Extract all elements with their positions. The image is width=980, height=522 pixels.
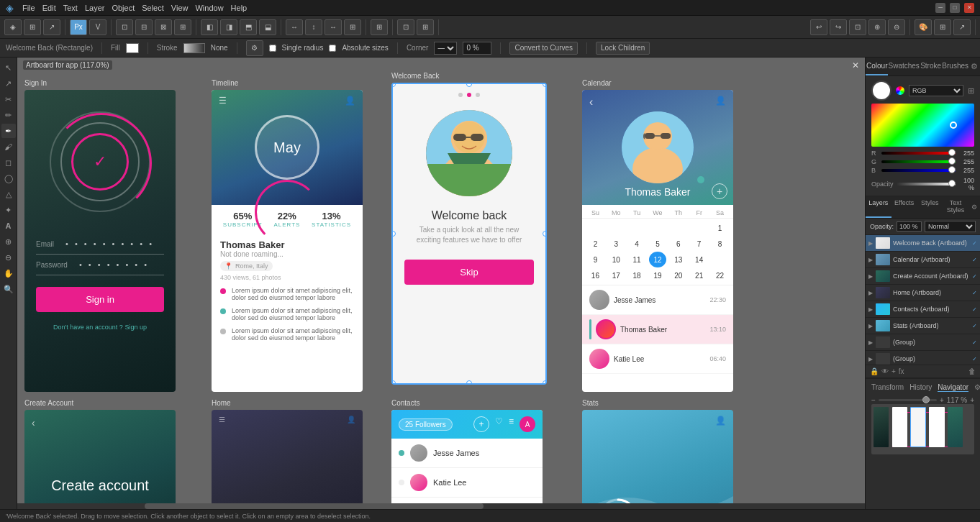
layers-delete-icon[interactable]: 🗑	[968, 367, 976, 375]
layer-group-1[interactable]: ▶ (Group) ✓	[866, 334, 980, 351]
cal-day-7[interactable]: 7	[691, 236, 708, 252]
cal-day-5[interactable]: 5	[649, 236, 666, 252]
layers-gear[interactable]: ⚙	[968, 196, 980, 218]
toolbar-snapping[interactable]: ⊡	[397, 19, 414, 35]
signin-email-field[interactable]: Email • • • • • • • • • •	[36, 234, 164, 255]
toolbar-align-left[interactable]: ⊟	[135, 19, 153, 35]
cal-day-6[interactable]: 6	[670, 236, 687, 252]
home-menu-icon[interactable]: ☰	[219, 416, 225, 423]
calendar-back-icon[interactable]: ‹	[589, 96, 593, 109]
selection-handle-bm[interactable]	[466, 380, 472, 385]
selection-handle-br[interactable]	[543, 380, 547, 385]
menu-window[interactable]: Window	[195, 4, 223, 12]
layers-fx-icon[interactable]: fx	[899, 367, 904, 375]
convert-to-curves-button[interactable]: Convert to Curves	[509, 42, 578, 55]
layer-group-2[interactable]: ▶ (Group) ✓	[866, 351, 980, 365]
maximize-button[interactable]: □	[950, 3, 960, 13]
opacity-slider[interactable]	[897, 183, 956, 186]
g-slider[interactable]	[881, 160, 956, 163]
toolbar-redo[interactable]: ↪	[830, 19, 847, 35]
toolbar-btn-share[interactable]: ↗	[43, 19, 60, 35]
toolbar-constraints[interactable]: ⊞	[371, 19, 388, 35]
toolbar-export[interactable]: ↗	[953, 19, 971, 35]
cal-day-9[interactable]: 9	[586, 252, 604, 267]
selection-handle-mr[interactable]	[543, 231, 547, 237]
color-wheel-small[interactable]	[896, 86, 904, 95]
canvas-area[interactable]: Artboard for app (117.0%) ✕ Sign In ✓	[17, 58, 865, 509]
menu-help[interactable]: Help	[231, 4, 248, 12]
selection-handle-tr[interactable]	[543, 83, 547, 87]
toolbar-grid[interactable]: ⊞	[417, 19, 434, 35]
color-expand-icon[interactable]: ⊞	[968, 86, 974, 96]
tab-styles[interactable]: Styles	[917, 196, 943, 218]
menu-edit[interactable]: Edit	[42, 4, 56, 12]
toolbar-pixel[interactable]: Px	[70, 19, 87, 35]
contact-katie[interactable]: Katie Lee	[391, 468, 543, 498]
toolbar-btn-7[interactable]: ⬓	[259, 19, 276, 35]
signin-password-field[interactable]: Password • • • • • • • •	[36, 255, 164, 275]
tool-pencil[interactable]: ✒	[1, 124, 16, 138]
zoom-expand-icon[interactable]: +	[970, 396, 974, 404]
bottom-gear-icon[interactable]: ⚙	[974, 383, 980, 392]
corner-style-select[interactable]: —	[434, 42, 457, 55]
toolbar-history[interactable]: ⊡	[849, 19, 866, 35]
cal-day-17[interactable]: 17	[607, 267, 625, 283]
zoom-plus-btn[interactable]: +	[940, 396, 944, 404]
tool-text[interactable]: A	[1, 219, 16, 233]
cal-day-14[interactable]: 14	[691, 252, 708, 267]
horizontal-scrollbar[interactable]	[17, 503, 865, 509]
cal-day-12-today[interactable]: 12	[649, 252, 666, 267]
contacts-add-icon[interactable]: +	[473, 416, 489, 432]
cal-day-15[interactable]	[711, 252, 728, 267]
layer-create[interactable]: ▶ Create Account (Artboard) ✓	[866, 268, 980, 285]
toolbar-vector[interactable]: V	[89, 19, 106, 35]
toolbar-flip-h[interactable]: ↔	[286, 19, 303, 35]
tool-ellipse[interactable]: ✦	[1, 203, 16, 217]
tab-text-styles[interactable]: Text Styles	[943, 196, 968, 218]
tool-erase[interactable]: ◻	[1, 155, 16, 170]
tab-brushes[interactable]: Brushes	[942, 58, 968, 75]
cal-day-4[interactable]: 4	[628, 236, 645, 252]
toolbar-undo[interactable]: ↩	[810, 19, 827, 35]
tool-pen[interactable]: ✏	[1, 108, 16, 122]
create-back-icon[interactable]: ‹	[32, 417, 35, 429]
stroke-box[interactable]	[183, 43, 205, 53]
layer-stats[interactable]: ▶ Stats (Artboard) ✓	[866, 318, 980, 334]
tool-node[interactable]: ↗	[1, 76, 16, 91]
zoom-thumb[interactable]	[922, 396, 930, 403]
lock-children-button[interactable]: Lock Children	[596, 42, 650, 55]
toolbar-btn-5[interactable]: ◨	[220, 19, 237, 35]
cal-day-11[interactable]: 11	[628, 252, 645, 267]
tool-zoom-out[interactable]: ⊖	[1, 250, 16, 265]
tool-color-picker[interactable]: 🔍	[1, 282, 16, 296]
menu-file[interactable]: File	[22, 4, 35, 12]
navigator-preview[interactable]	[871, 404, 974, 454]
menu-view[interactable]: View	[171, 4, 189, 12]
artboard-close-button[interactable]: ✕	[852, 60, 859, 70]
layer-welcome-back[interactable]: ▶ Welcome Back (Artboard) ✓	[866, 235, 980, 252]
layers-opacity-input[interactable]	[897, 221, 922, 232]
contacts-heart-icon[interactable]: ♡	[495, 416, 503, 432]
color-mode-select[interactable]: RGB	[909, 85, 963, 96]
color-gradient-preview[interactable]	[871, 104, 974, 147]
fill-color-box[interactable]	[126, 43, 139, 53]
toolbar-zoom-in[interactable]: ⊕	[868, 19, 886, 35]
toolbar-btn-1[interactable]: ◈	[4, 19, 22, 35]
b-thumb[interactable]	[948, 166, 956, 173]
tab-history[interactable]: History	[909, 383, 932, 392]
toolbar-btn-6[interactable]: ⬒	[240, 19, 257, 35]
toolbar-flip-v[interactable]: ↕	[305, 19, 322, 35]
opacity-thumb[interactable]	[948, 180, 956, 187]
minimize-button[interactable]: ─	[935, 3, 945, 13]
tab-colour[interactable]: Colour	[866, 58, 888, 75]
calendar-person-icon[interactable]: 👤	[715, 96, 726, 106]
zoom-slider[interactable]	[879, 399, 937, 401]
toolbar-distribute[interactable]: ↔	[325, 19, 342, 35]
layers-eye-icon[interactable]: 👁	[881, 367, 889, 375]
toolbar-btn-2[interactable]: ⊞	[24, 19, 41, 35]
corner-value-input[interactable]	[463, 42, 491, 55]
layer-home[interactable]: ▶ Home (Artboard) ✓	[866, 285, 980, 301]
blend-mode-select[interactable]: Normal	[925, 221, 976, 232]
cal-day-16[interactable]: 16	[586, 267, 604, 283]
cal-day-2[interactable]: 2	[586, 236, 604, 252]
